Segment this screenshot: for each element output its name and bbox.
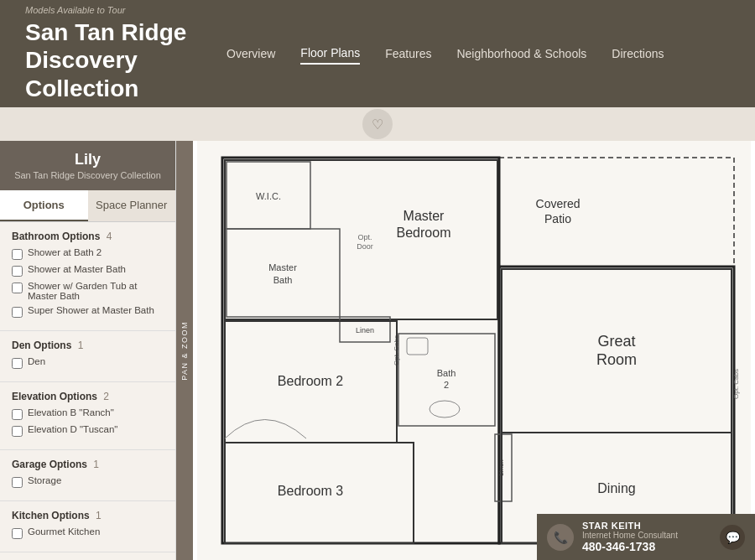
den-options-section: Den Options 1 Den — [0, 331, 175, 382]
svg-text:W.I.C.: W.I.C. — [256, 191, 281, 201]
option-shower-bath2[interactable]: Shower at Bath 2 — [12, 247, 164, 260]
svg-text:Great: Great — [597, 333, 635, 350]
svg-text:Bath: Bath — [273, 275, 293, 285]
checkbox-den[interactable] — [12, 358, 23, 369]
bathroom-options-title: Bathroom Options 4 — [12, 231, 164, 242]
option-den[interactable]: Den — [12, 356, 164, 369]
floorplan-area[interactable]: PAN & ZOOM Covered Patio W.I.C. Master B… — [176, 141, 755, 560]
nav-overview[interactable]: Overview — [226, 44, 275, 64]
contact-info: STAR KEITH Internet Home Consultant 480-… — [582, 521, 678, 553]
elevation-options-title: Elevation Options 2 — [12, 391, 164, 402]
checkbox-shower-garden[interactable] — [12, 283, 23, 293]
svg-text:Bath: Bath — [437, 368, 456, 378]
kitchen-count: 1 — [96, 510, 102, 521]
brand-section: Models Available to Tour San Tan RidgeDi… — [25, 5, 193, 103]
checkbox-elevation-d[interactable] — [12, 426, 23, 437]
brand-name: San Tan RidgeDiscoveryCollection — [25, 18, 193, 103]
pan-zoom-tab[interactable]: PAN & ZOOM — [176, 141, 193, 560]
floorplan-svg: Covered Patio W.I.C. Master Bath Opt. Do… — [193, 141, 755, 560]
garage-options-section: Garage Options 1 Storage — [0, 450, 175, 501]
svg-text:Room: Room — [596, 351, 637, 368]
checkbox-elevation-b[interactable] — [12, 409, 23, 420]
nav-directions[interactable]: Directions — [612, 44, 664, 64]
svg-text:Master: Master — [268, 262, 297, 272]
svg-text:Opt. Cabs: Opt. Cabs — [732, 369, 740, 399]
checkbox-shower-master[interactable] — [12, 266, 23, 277]
main-content: Lily San Tan Ridge Discovery Collection … — [0, 141, 755, 560]
svg-text:Bedroom 3: Bedroom 3 — [278, 484, 343, 498]
option-storage[interactable]: Storage — [12, 475, 164, 488]
svg-text:Opt.: Opt. — [357, 233, 372, 241]
elevation-options-section: Elevation Options 2 Elevation B "Ranch" … — [0, 382, 175, 450]
checkbox-super-shower[interactable] — [12, 307, 23, 318]
favorite-button[interactable]: ♡ — [362, 109, 393, 139]
sub-header: ♡ — [0, 107, 755, 141]
option-super-shower[interactable]: Super Shower at Master Bath — [12, 305, 164, 318]
tab-options[interactable]: Options — [0, 190, 88, 221]
option-elevation-b[interactable]: Elevation B "Ranch" — [12, 407, 164, 420]
nav-floor-plans[interactable]: Floor Plans — [300, 43, 360, 65]
contact-title: Internet Home Consultant — [582, 531, 678, 540]
svg-text:Bedroom: Bedroom — [397, 226, 451, 240]
nav-features[interactable]: Features — [385, 44, 431, 64]
option-gourmet[interactable]: Gourmet Kitchen — [12, 526, 164, 539]
chat-button[interactable]: 💬 — [720, 525, 745, 550]
sidebar-tabs: Options Space Planner — [0, 190, 175, 222]
garage-options-title: Garage Options 1 — [12, 459, 164, 470]
option-shower-master[interactable]: Shower at Master Bath — [12, 264, 164, 277]
plan-name: Lily — [8, 151, 167, 169]
svg-text:2: 2 — [444, 380, 449, 390]
main-nav: Overview Floor Plans Features Neighborho… — [226, 43, 664, 65]
phone-icon[interactable]: 📞 — [547, 524, 574, 551]
kitchen-options-section: Kitchen Options 1 Gourmet Kitchen — [0, 501, 175, 552]
svg-text:Dining: Dining — [597, 481, 635, 495]
bathroom-options-section: Bathroom Options 4 Shower at Bath 2 Show… — [0, 222, 175, 331]
nav-neighborhood[interactable]: Neighborhood & Schools — [456, 44, 586, 64]
tab-space-planner[interactable]: Space Planner — [88, 190, 176, 221]
checkbox-shower-bath2[interactable] — [12, 249, 23, 260]
option-elevation-d[interactable]: Elevation D "Tuscan" — [12, 424, 164, 437]
svg-text:Linen: Linen — [356, 326, 374, 334]
contact-phone: 480-346-1738 — [582, 540, 678, 553]
plan-sub: San Tan Ridge Discovery Collection — [8, 170, 167, 180]
den-options-title: Den Options 1 — [12, 340, 164, 351]
sidebar: Lily San Tan Ridge Discovery Collection … — [0, 141, 176, 560]
svg-text:Patio: Patio — [544, 212, 571, 226]
pan-zoom-label: PAN & ZOOM — [180, 321, 189, 381]
models-tag: Models Available to Tour — [25, 5, 193, 15]
den-count: 1 — [78, 340, 84, 351]
checkbox-storage[interactable] — [12, 477, 23, 488]
bathroom-count: 4 — [107, 231, 112, 242]
header: Models Available to Tour San Tan RidgeDi… — [0, 0, 755, 107]
svg-text:Master: Master — [404, 209, 445, 223]
svg-text:Covered: Covered — [536, 197, 581, 210]
checkbox-gourmet[interactable] — [12, 528, 23, 539]
elevation-count: 2 — [103, 391, 109, 402]
svg-text:Door: Door — [357, 242, 373, 251]
contact-name: STAR KEITH — [582, 521, 678, 531]
garage-count: 1 — [93, 459, 99, 470]
contact-bar: 📞 STAR KEITH Internet Home Consultant 48… — [537, 514, 755, 560]
kitchen-options-title: Kitchen Options 1 — [12, 510, 164, 521]
option-shower-garden[interactable]: Shower w/ Garden Tub at Master Bath — [12, 281, 164, 301]
svg-text:Bedroom 2: Bedroom 2 — [278, 374, 343, 388]
sidebar-brand: Lily San Tan Ridge Discovery Collection — [0, 141, 175, 190]
